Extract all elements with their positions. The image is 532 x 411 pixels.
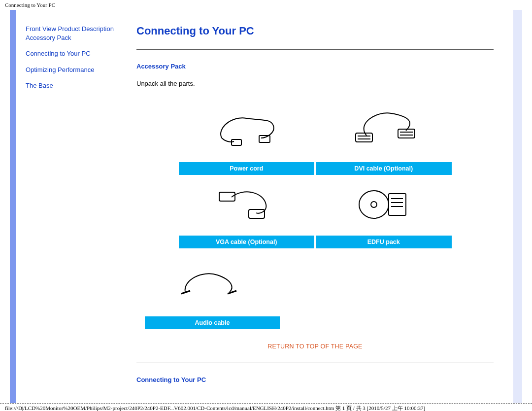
svg-rect-12: [389, 194, 406, 215]
vga-cable-icon: [209, 182, 283, 227]
accessory-table-row3: Audio cable: [143, 257, 281, 331]
audio-cable-icon: [175, 265, 249, 305]
left-accent-bar: [10, 10, 16, 403]
power-cord-image: [178, 102, 315, 161]
page-body: Front View Product Description Accessory…: [10, 10, 522, 403]
window-title: Connecting to Your PC: [5, 2, 55, 8]
audio-cable-image: [144, 257, 281, 316]
unpack-text: Unpack all the parts.: [136, 80, 494, 87]
sidebar-item-optimizing[interactable]: Optimizing Performance: [26, 66, 94, 73]
dvi-cable-label: DVI cable (Optional): [315, 161, 453, 175]
power-cord-label: Power cord: [178, 161, 315, 175]
sidebar-nav: Front View Product Description Accessory…: [16, 10, 122, 403]
svg-line-16: [181, 291, 190, 294]
svg-point-10: [359, 191, 389, 218]
svg-rect-9: [249, 209, 265, 218]
edfu-pack-label: EDFU pack: [315, 235, 453, 249]
sidebar-item-connecting[interactable]: Connecting to Your PC: [26, 50, 91, 57]
accessory-table: Power cord DVI cable (Optional): [177, 102, 453, 250]
footer-file-path: file:///D|/LCD%20Monitor%20OEM/Philips/M…: [0, 403, 532, 411]
vga-cable-image: [178, 175, 315, 235]
return-to-top: RETURN TO TOP OF THE PAGE: [136, 342, 494, 350]
svg-point-11: [371, 202, 377, 207]
dvi-cable-image: [315, 102, 453, 161]
divider-2: [136, 363, 494, 363]
sidebar-item-front-view[interactable]: Front View Product Description: [26, 25, 114, 33]
section-heading-accessory-pack: Accessory Pack: [136, 63, 494, 70]
audio-cable-label: Audio cable: [144, 316, 281, 330]
svg-rect-2: [356, 133, 372, 142]
right-accent-bar: [513, 10, 522, 403]
main-content: Connecting to Your PC Accessory Pack Unp…: [122, 10, 513, 403]
sidebar-item-accessory-pack[interactable]: Accessory Pack: [26, 34, 71, 41]
return-to-top-link[interactable]: RETURN TO TOP OF THE PAGE: [267, 343, 362, 350]
edfu-pack-image: [315, 175, 453, 235]
sidebar-item-base[interactable]: The Base: [26, 82, 53, 89]
window-title-bar: Connecting to Your PC: [0, 0, 532, 10]
svg-rect-0: [232, 139, 241, 145]
page-title: Connecting to Your PC: [136, 25, 494, 37]
dvi-cable-icon: [347, 108, 421, 153]
power-cord-icon: [212, 111, 281, 150]
svg-line-17: [228, 291, 236, 294]
vga-cable-label: VGA cable (Optional): [178, 235, 315, 249]
svg-rect-1: [259, 136, 270, 142]
edfu-pack-icon: [352, 185, 416, 224]
section-heading-connecting: Connecting to Your PC: [136, 376, 494, 383]
divider: [136, 49, 494, 50]
